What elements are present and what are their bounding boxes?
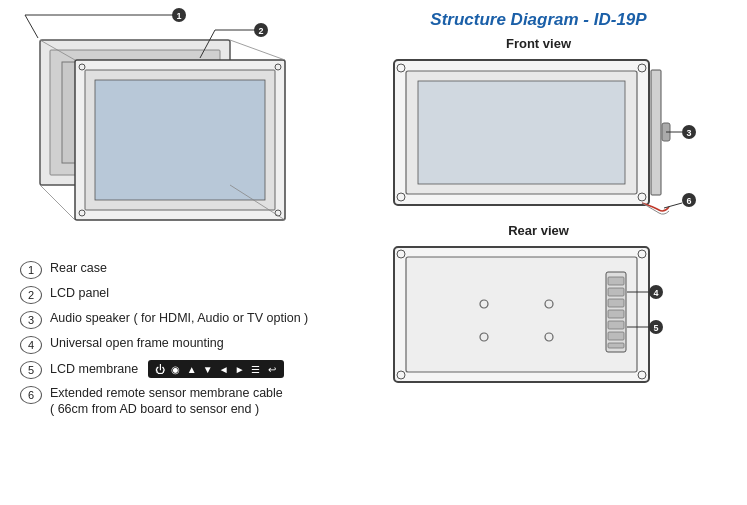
- legend-num-2: 2: [20, 286, 42, 304]
- svg-rect-50: [608, 299, 624, 307]
- svg-line-11: [230, 40, 285, 60]
- svg-rect-49: [608, 288, 624, 296]
- legend-item-3: 3 Audio speaker ( for HDMI, Audio or TV …: [20, 310, 330, 329]
- svg-rect-51: [608, 310, 624, 318]
- legend-text-1: Rear case: [50, 260, 107, 276]
- legend-item-6: 6 Extended remote sensor membrane cable(…: [20, 385, 330, 418]
- svg-rect-38: [406, 257, 637, 372]
- svg-rect-48: [608, 277, 624, 285]
- legend-item-2: 2 LCD panel: [20, 285, 330, 304]
- legend-num-4: 4: [20, 336, 42, 354]
- legend-num-1: 1: [20, 261, 42, 279]
- legend-item-4: 4 Universal open frame mounting: [20, 335, 330, 354]
- right-panel: Structure Diagram - ID-19P Front view: [330, 10, 737, 495]
- svg-rect-24: [418, 81, 625, 184]
- legend-num-6: 6: [20, 386, 42, 404]
- osd-strip: ⏻ ◉ ▲ ▼ ◄ ► ☰ ↩: [148, 360, 284, 378]
- legend-text-6: Extended remote sensor membrane cable( 6…: [50, 385, 283, 418]
- svg-rect-53: [608, 332, 624, 340]
- legend-num-3: 3: [20, 311, 42, 329]
- svg-text:3: 3: [686, 128, 691, 138]
- osd-btn-menu[interactable]: ☰: [249, 362, 263, 376]
- osd-btn-down[interactable]: ▼: [201, 362, 215, 376]
- legend-text-3: Audio speaker ( for HDMI, Audio or TV op…: [50, 310, 308, 326]
- front-view-container: 3 6: [340, 55, 737, 215]
- svg-rect-52: [608, 321, 624, 329]
- svg-line-14: [25, 15, 38, 38]
- osd-btn-power[interactable]: ⏻: [153, 362, 167, 376]
- left-panel: 1 2 1 Rear case 2 LCD panel 3: [10, 10, 330, 495]
- legend-num-5: 5: [20, 361, 42, 379]
- osd-btn-circle[interactable]: ◉: [169, 362, 183, 376]
- svg-text:6: 6: [686, 196, 691, 206]
- svg-rect-5: [95, 80, 265, 200]
- svg-text:2: 2: [258, 26, 263, 36]
- legend-text-2: LCD panel: [50, 285, 109, 301]
- rear-view-label: Rear view: [340, 223, 737, 238]
- diagram-title: Structure Diagram - ID-19P: [340, 10, 737, 30]
- osd-btn-left[interactable]: ◄: [217, 362, 231, 376]
- svg-text:1: 1: [176, 11, 181, 21]
- svg-text:5: 5: [653, 323, 658, 333]
- svg-rect-54: [608, 343, 624, 348]
- legend-text-4: Universal open frame mounting: [50, 335, 224, 351]
- osd-btn-up[interactable]: ▲: [185, 362, 199, 376]
- osd-btn-right[interactable]: ►: [233, 362, 247, 376]
- legend-text-5: LCD membrane ⏻ ◉ ▲ ▼ ◄ ► ☰ ↩: [50, 360, 284, 378]
- main-container: 1 2 1 Rear case 2 LCD panel 3: [0, 0, 747, 505]
- exploded-diagram: 1 2: [20, 10, 320, 250]
- svg-text:4: 4: [653, 288, 658, 298]
- rear-view-container: 4 5: [340, 242, 737, 392]
- osd-btn-back[interactable]: ↩: [265, 362, 279, 376]
- front-view-label: Front view: [340, 36, 737, 51]
- legend-item-5: 5 LCD membrane ⏻ ◉ ▲ ▼ ◄ ► ☰ ↩: [20, 360, 330, 379]
- legend-item-1: 1 Rear case: [20, 260, 330, 279]
- legend: 1 Rear case 2 LCD panel 3 Audio speaker …: [10, 260, 330, 424]
- svg-line-34: [664, 203, 682, 208]
- svg-rect-29: [651, 70, 661, 195]
- svg-line-12: [40, 185, 75, 220]
